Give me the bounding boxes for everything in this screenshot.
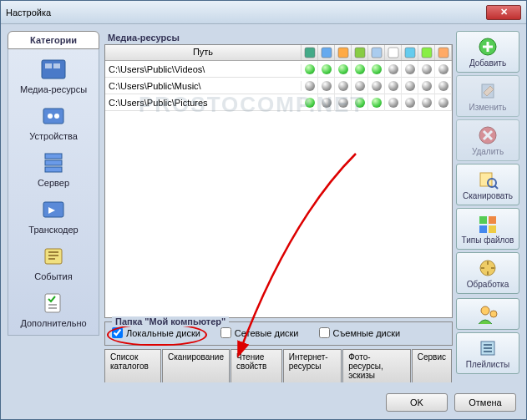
close-button[interactable]: ✕ xyxy=(486,5,521,20)
close-icon: ✕ xyxy=(500,7,508,18)
category-icon xyxy=(38,196,68,223)
tab[interactable]: Интернет-ресурсы xyxy=(283,349,342,382)
col-type-icon[interactable] xyxy=(302,45,318,60)
sidebar-item-server[interactable]: Сервер xyxy=(10,146,97,191)
check-removable[interactable]: Съемные диски xyxy=(319,327,401,338)
col-type-icon[interactable] xyxy=(335,45,352,60)
status-dot-cell[interactable] xyxy=(335,61,352,78)
table-body: C:\Users\Public\Videos\C:\Users\Public\M… xyxy=(105,61,452,317)
col-type-icon[interactable] xyxy=(352,45,368,60)
tab[interactable]: Сервис xyxy=(412,349,452,382)
status-dot-cell[interactable] xyxy=(318,61,335,78)
table-header: Путь xyxy=(105,45,452,61)
toolbar-icon xyxy=(476,80,499,102)
status-dot-cell[interactable] xyxy=(385,61,402,78)
status-dot-icon xyxy=(355,81,365,91)
playlists-button[interactable]: Плейлисты xyxy=(456,332,519,374)
svg-rect-22 xyxy=(438,48,448,58)
table-row[interactable]: C:\Users\Public\Music\ xyxy=(105,78,452,94)
status-dot-cell[interactable] xyxy=(402,61,418,78)
toolbar-label: Сканировать xyxy=(463,191,513,200)
checkbox[interactable] xyxy=(112,327,123,338)
status-dot-cell[interactable] xyxy=(402,78,418,94)
status-dot-cell[interactable] xyxy=(368,94,385,111)
sidebar-item-label: Транскодер xyxy=(28,225,78,235)
status-dot-cell[interactable] xyxy=(385,78,402,94)
cancel-button[interactable]: Отмена xyxy=(454,393,516,412)
status-dot-cell[interactable] xyxy=(318,78,335,94)
status-dot-cell[interactable] xyxy=(352,94,368,111)
status-dot-cell[interactable] xyxy=(368,78,385,94)
svg-rect-17 xyxy=(355,48,365,58)
checkbox[interactable] xyxy=(319,327,330,338)
table-row[interactable]: C:\Users\Public\Videos\ xyxy=(105,61,452,78)
svg-rect-2 xyxy=(53,63,60,68)
status-dot-icon xyxy=(422,81,432,91)
ok-button[interactable]: OK xyxy=(386,393,448,412)
add-button[interactable]: Добавить xyxy=(456,31,519,73)
sidebar-item-transcoder[interactable]: Транскодер xyxy=(10,193,97,238)
scan-button[interactable]: Сканировать xyxy=(456,164,519,205)
col-type-icon[interactable] xyxy=(402,45,418,60)
check-local[interactable]: Локальные диски xyxy=(112,327,200,338)
status-dot-icon xyxy=(388,64,398,74)
status-dot-cell[interactable] xyxy=(318,94,335,111)
user-icon xyxy=(475,302,500,326)
tab[interactable]: Чтение свойств xyxy=(231,349,282,382)
col-type-icon[interactable] xyxy=(435,45,452,60)
right-toolbar: ДобавитьИзменитьУдалитьСканироватьТипы ф… xyxy=(456,31,519,382)
col-type-icon[interactable] xyxy=(368,45,385,60)
sidebar-item-devices[interactable]: Устройства xyxy=(10,99,97,144)
sidebar-item-advanced[interactable]: Дополнительно xyxy=(10,286,97,331)
filetypes-button[interactable]: Типы файлов xyxy=(456,208,519,250)
sidebar-title: Категории xyxy=(8,31,99,49)
category-icon xyxy=(38,149,68,176)
status-dot-cell[interactable] xyxy=(335,94,352,111)
status-dot-icon xyxy=(322,81,332,91)
status-dot-cell[interactable] xyxy=(368,61,385,78)
status-dot-cell[interactable] xyxy=(435,61,452,78)
check-network[interactable]: Сетевые диски xyxy=(220,327,299,338)
svg-rect-29 xyxy=(479,216,487,224)
col-type-icon[interactable] xyxy=(385,45,402,60)
col-path[interactable]: Путь xyxy=(105,45,302,60)
status-dot-cell[interactable] xyxy=(352,78,368,94)
status-dot-cell[interactable] xyxy=(385,94,402,111)
tab[interactable]: Сканирование xyxy=(162,349,230,382)
status-dot-icon xyxy=(338,81,348,91)
status-dot-cell[interactable] xyxy=(418,78,435,94)
user-button[interactable] xyxy=(456,298,519,330)
col-type-icon[interactable] xyxy=(418,45,435,60)
sidebar-item-media[interactable]: Медиа-ресурсы xyxy=(10,53,97,98)
status-dot-cell[interactable] xyxy=(302,61,318,78)
status-dot-cell[interactable] xyxy=(335,78,352,94)
status-dot-cell[interactable] xyxy=(302,94,318,111)
path-cell: C:\Users\Public\Pictures xyxy=(105,98,302,108)
status-dot-icon xyxy=(355,64,365,74)
toolbar-icon xyxy=(476,257,499,279)
check-label: Сетевые диски xyxy=(235,328,299,338)
svg-rect-6 xyxy=(45,154,62,159)
status-dot-cell[interactable] xyxy=(352,61,368,78)
tab[interactable]: Список каталогов xyxy=(104,349,161,382)
status-dot-cell[interactable] xyxy=(418,94,435,111)
toolbar-label: Обработка xyxy=(467,280,509,289)
processing-button[interactable]: Обработка xyxy=(456,252,519,294)
svg-rect-31 xyxy=(479,225,487,233)
checkbox[interactable] xyxy=(220,327,231,338)
status-dot-cell[interactable] xyxy=(402,94,418,111)
sidebar-item-events[interactable]: События xyxy=(10,240,97,285)
checks-row: Локальные дискиСетевые дискиСъемные диск… xyxy=(112,327,445,338)
status-dot-cell[interactable] xyxy=(302,78,318,94)
status-dot-cell[interactable] xyxy=(418,61,435,78)
tab[interactable]: Фото-ресурсы, эскизы xyxy=(342,349,411,382)
status-dot-icon xyxy=(372,64,382,74)
toolbar-label: Плейлисты xyxy=(466,360,509,369)
col-type-icon[interactable] xyxy=(318,45,335,60)
status-dot-icon xyxy=(438,98,448,108)
toolbar-icon xyxy=(476,169,499,190)
svg-rect-32 xyxy=(489,225,496,233)
status-dot-cell[interactable] xyxy=(435,94,452,111)
status-dot-cell[interactable] xyxy=(435,78,452,94)
table-row[interactable]: C:\Users\Public\Pictures xyxy=(105,94,452,111)
